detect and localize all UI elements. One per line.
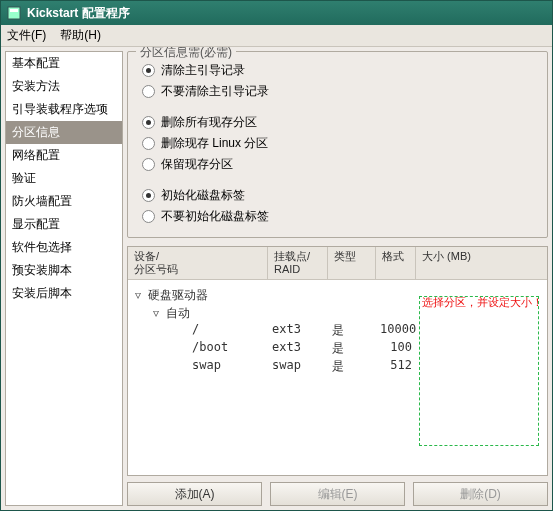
cell-type: ext3 [272,340,332,358]
cell-mount: / [132,322,272,340]
radio-noinit-label[interactable]: 不要初始化磁盘标签 [138,206,537,227]
cell-mount: /boot [132,340,272,358]
cell-size: 512 [380,358,420,376]
add-button[interactable]: 添加(A) [127,482,262,506]
menu-help[interactable]: 帮助(H) [60,27,101,44]
radio-label: 删除现存 Linux 分区 [161,135,268,152]
cell-size: 100 [380,340,420,358]
radio-clear-mbr[interactable]: 清除主引导记录 [138,60,537,81]
radio-icon [142,85,155,98]
sidebar-item-network[interactable]: 网络配置 [6,144,122,167]
sidebar-item-prescript[interactable]: 预安装脚本 [6,259,122,282]
cell-size: 10000 [380,322,420,340]
th-device[interactable]: 设备/ 分区号码 [128,247,268,279]
cell-fmt: 是 [332,340,380,358]
radio-icon [142,189,155,202]
sidebar-item-firewall[interactable]: 防火墙配置 [6,190,122,213]
tree-label: 自动 [166,305,190,322]
sidebar-item-postscript[interactable]: 安装后脚本 [6,282,122,305]
radio-label: 保留现存分区 [161,156,233,173]
radio-keep-mbr[interactable]: 不要清除主引导记录 [138,81,537,102]
main-panel: 分区信息需(必需) 清除主引导记录 不要清除主引导记录 删除所有现存分区 [125,47,552,510]
svg-rect-0 [8,7,20,19]
radio-init-label[interactable]: 初始化磁盘标签 [138,185,537,206]
radio-label: 初始化磁盘标签 [161,187,245,204]
edit-button[interactable]: 编辑(E) [270,482,405,506]
radio-label: 清除主引导记录 [161,62,245,79]
radio-remove-linux[interactable]: 删除现存 Linux 分区 [138,133,537,154]
annotation-text: 选择分区，并设定大小！！ [422,295,547,310]
delete-button[interactable]: 删除(D) [413,482,548,506]
menubar: 文件(F) 帮助(H) [1,25,552,47]
cell-type: ext3 [272,322,332,340]
button-bar: 添加(A) 编辑(E) 删除(D) [127,476,548,506]
sidebar: 基本配置 安装方法 引导装载程序选项 分区信息 网络配置 验证 防火墙配置 显示… [5,51,123,506]
titlebar[interactable]: Kickstart 配置程序 [1,1,552,25]
partition-table: 设备/ 分区号码 挂载点/ RAID 类型 格式 大小 (MB) ▿ 硬盘驱动器… [127,246,548,476]
radio-icon [142,137,155,150]
th-format[interactable]: 格式 [376,247,416,279]
sidebar-item-install[interactable]: 安装方法 [6,75,122,98]
app-icon [7,6,21,20]
radio-icon [142,64,155,77]
sidebar-item-packages[interactable]: 软件包选择 [6,236,122,259]
tree-label: 硬盘驱动器 [148,287,208,304]
expand-icon[interactable]: ▿ [132,288,144,302]
radio-label: 不要清除主引导记录 [161,83,269,100]
table-body: ▿ 硬盘驱动器 ▿ 自动 / ext3 是 10000 [128,280,547,475]
cell-mount: swap [132,358,272,376]
expand-icon[interactable]: ▿ [150,306,162,320]
th-type[interactable]: 类型 [328,247,376,279]
sidebar-item-basic[interactable]: 基本配置 [6,52,122,75]
radio-label: 不要初始化磁盘标签 [161,208,269,225]
th-mount[interactable]: 挂载点/ RAID [268,247,328,279]
cell-type: swap [272,358,332,376]
groupbox-legend: 分区信息需(必需) [136,47,236,61]
menu-file[interactable]: 文件(F) [7,27,46,44]
app-window: Kickstart 配置程序 文件(F) 帮助(H) 基本配置 安装方法 引导装… [0,0,553,511]
sidebar-item-bootloader[interactable]: 引导装载程序选项 [6,98,122,121]
sidebar-item-partition[interactable]: 分区信息 [6,121,122,144]
th-size[interactable]: 大小 (MB) [416,247,547,279]
table-header: 设备/ 分区号码 挂载点/ RAID 类型 格式 大小 (MB) [128,247,547,280]
radio-icon [142,158,155,171]
radio-label: 删除所有现存分区 [161,114,257,131]
radio-keep-parts[interactable]: 保留现存分区 [138,154,537,175]
sidebar-item-auth[interactable]: 验证 [6,167,122,190]
radio-icon [142,210,155,223]
cell-fmt: 是 [332,322,380,340]
window-title: Kickstart 配置程序 [27,5,130,22]
cell-fmt: 是 [332,358,380,376]
annotation-box: 选择分区，并设定大小！！ [419,296,539,446]
body: 基本配置 安装方法 引导装载程序选项 分区信息 网络配置 验证 防火墙配置 显示… [1,47,552,510]
radio-remove-all[interactable]: 删除所有现存分区 [138,112,537,133]
sidebar-item-display[interactable]: 显示配置 [6,213,122,236]
partition-groupbox: 分区信息需(必需) 清除主引导记录 不要清除主引导记录 删除所有现存分区 [127,51,548,238]
svg-rect-1 [10,9,18,12]
radio-icon [142,116,155,129]
